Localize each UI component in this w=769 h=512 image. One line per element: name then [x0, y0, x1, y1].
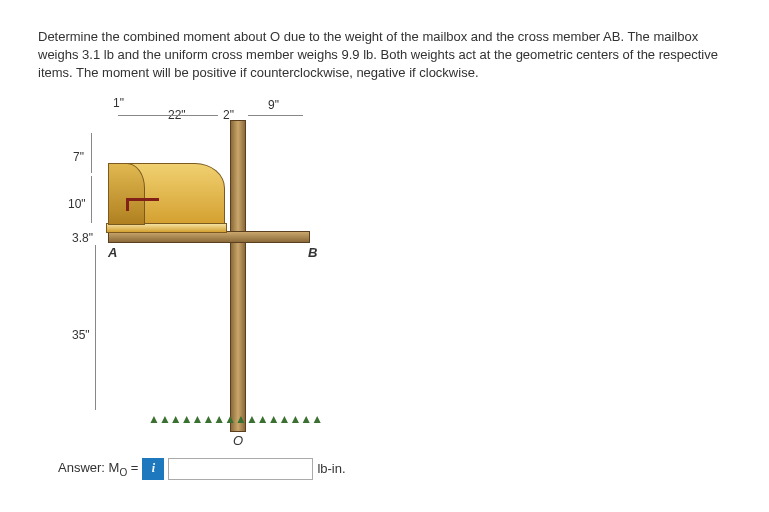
label-origin: O — [233, 433, 243, 448]
answer-unit: lb-in. — [317, 461, 345, 476]
figure: 1" 22" 2" 9" 7" 10" 3.8" 35" A B ▲▲▲▲▲▲▲… — [58, 98, 318, 448]
dim-ground-clear: 35" — [72, 328, 90, 342]
dim-right-arm: 9" — [268, 98, 279, 112]
info-button[interactable]: i — [142, 458, 164, 480]
mailbox-handle — [126, 198, 159, 211]
mailbox-front — [108, 163, 145, 225]
dim-upper-height: 7" — [73, 150, 84, 164]
grass: ▲▲▲▲▲▲▲▲▲▲▲▲▲▲▲▲▲▲▲▲▲▲▲▲▲▲▲▲ — [148, 412, 323, 430]
dim-cross-thickness: 3.8" — [72, 231, 93, 245]
label-a: A — [108, 245, 117, 260]
answer-input[interactable] — [168, 458, 313, 480]
dim-top-offset: 1" — [113, 96, 124, 110]
problem-statement: Determine the combined moment about O du… — [38, 28, 731, 83]
label-b: B — [308, 245, 317, 260]
post — [230, 120, 246, 432]
dim-mailbox-height: 10" — [68, 197, 86, 211]
answer-row: Answer: MO = i lb-in. — [58, 458, 731, 480]
answer-label: Answer: MO = — [58, 460, 138, 478]
